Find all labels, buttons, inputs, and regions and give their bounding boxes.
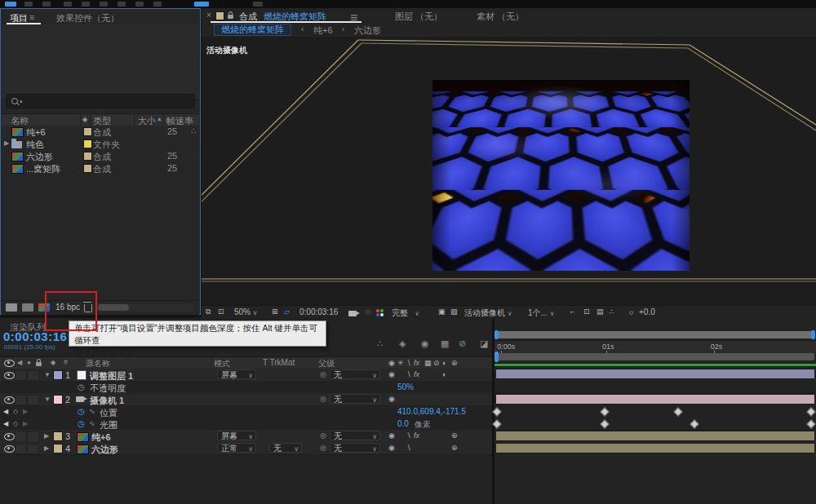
layer-row[interactable]: ▶ 4 六边形 正常∨ 无∨ ◎ 无∨ ◉ ∖ ⊕ — [0, 442, 492, 455]
trkmat-dropdown[interactable]: 无∨ — [269, 443, 302, 453]
current-time-display[interactable]: 0:00:03:16 — [3, 329, 67, 343]
project-panel-menu-icon[interactable]: ≡ — [29, 12, 34, 22]
sort-arrow-icon[interactable]: ▲ — [157, 116, 162, 122]
text-tool-icon[interactable] — [153, 2, 162, 7]
parent-dropdown[interactable]: 无∨ — [330, 394, 380, 404]
col-trkmat[interactable]: T TrkMat — [263, 358, 295, 367]
disclosure-icon[interactable]: ▶ — [44, 444, 49, 452]
layer-bar[interactable] — [495, 431, 815, 441]
shy-switch-icon[interactable]: ◉ — [388, 431, 395, 440]
video-column-icon[interactable] — [4, 360, 15, 367]
solo-column-icon[interactable]: ● — [27, 359, 31, 366]
shy-switch-icon[interactable]: ◉ — [388, 444, 395, 452]
breadcrumb-item[interactable]: 纯+6 — [313, 24, 333, 37]
always-preview-icon[interactable]: ⧉ — [206, 307, 211, 316]
shy-switch-icon[interactable]: ◉ — [388, 395, 395, 403]
navigator-start-handle[interactable] — [494, 330, 499, 339]
mini-flowchart-icon[interactable]: ∴ — [610, 307, 614, 316]
eye-icon[interactable] — [4, 433, 15, 440]
project-row[interactable]: ▶ 纯色 文件夹 — [2, 138, 199, 150]
lock-column-icon[interactable] — [36, 362, 42, 366]
view-layout-dropdown[interactable]: 1个... ∨ — [528, 307, 555, 319]
pickwhip-icon[interactable]: ◎ — [320, 395, 326, 403]
property-row[interactable]: ◀ ◇ ▶ ◷ ∿ 光圈 0.0 像素 — [0, 418, 492, 431]
blend-mode-dropdown[interactable]: 屏幕∨ — [217, 369, 256, 379]
disclosure-icon[interactable]: ▼ — [44, 371, 51, 378]
audio-column-icon[interactable]: ◀ — [17, 359, 22, 366]
transparency-grid-icon[interactable]: ▨ — [450, 307, 458, 316]
pickwhip-icon[interactable]: ◎ — [320, 370, 326, 378]
parent-dropdown[interactable]: 无∨ — [330, 443, 380, 453]
time-ruler[interactable]: 0:00s01s02s — [494, 340, 816, 354]
shape-tool-icon[interactable] — [118, 2, 126, 7]
grid-guides-icon[interactable]: ⊞ — [272, 307, 278, 316]
parent-dropdown[interactable]: 无∨ — [330, 369, 380, 379]
frame-blend-icon[interactable]: ▦ — [441, 338, 449, 349]
label-chip[interactable] — [53, 395, 63, 405]
eye-icon[interactable] — [4, 445, 15, 453]
label-chip[interactable] — [83, 152, 92, 161]
next-keyframe-icon[interactable]: ▶ — [23, 408, 28, 415]
motion-blur-icon[interactable]: ⊘ — [459, 338, 466, 349]
fx-switch-icon[interactable]: fx — [414, 431, 419, 440]
shy-layers-icon[interactable]: ◉ — [421, 338, 429, 349]
graph-icon[interactable]: ∿ — [89, 407, 95, 415]
quality-switch-icon[interactable]: ∖ — [406, 370, 411, 378]
layer-bar[interactable] — [495, 369, 815, 379]
property-value[interactable]: 0.0 — [397, 419, 409, 428]
tag-column-icon[interactable]: ◆ — [82, 116, 87, 123]
property-row[interactable]: ◷ 不透明度 50% — [0, 381, 492, 394]
layer-bar[interactable] — [495, 394, 815, 405]
pickwhip-icon[interactable]: ◎ — [320, 431, 326, 440]
breadcrumb-current[interactable]: 燃烧的蜂窝矩阵 — [214, 24, 291, 36]
exposure-icon[interactable]: ☼ — [628, 307, 635, 316]
disclosure-icon[interactable]: ▼ — [44, 396, 51, 403]
navigator-end-handle[interactable] — [811, 330, 815, 339]
adjustment-switch-icon[interactable]: ◐ — [442, 370, 446, 378]
blend-mode-dropdown[interactable]: 正常∨ — [217, 443, 256, 453]
eye-icon[interactable] — [4, 396, 15, 404]
stopwatch-icon[interactable]: ◷ — [78, 419, 85, 428]
fx-switch-icon[interactable]: fx — [414, 370, 419, 378]
parent-dropdown[interactable]: 无∨ — [330, 431, 380, 440]
hand-tool-icon[interactable] — [24, 2, 33, 7]
col-parent[interactable]: 父级 — [318, 358, 335, 369]
resolution-dropdown[interactable]: 完整 ∨ — [392, 307, 419, 319]
add-keyframe-icon[interactable]: ◇ — [13, 408, 18, 415]
search-dropdown-icon[interactable]: ▾ — [20, 99, 23, 105]
region-of-interest-icon[interactable]: ▣ — [438, 307, 446, 316]
layer-row[interactable]: ▼ 2 摄像机 1 ◎ 无∨ ◉ — [0, 393, 492, 406]
label-chip[interactable] — [53, 444, 63, 453]
eye-icon[interactable] — [4, 372, 15, 379]
viewer-stage[interactable]: 活动摄像机 — [202, 37, 816, 305]
draft-3d-icon[interactable]: ◈ — [399, 338, 406, 349]
new-folder-icon[interactable] — [22, 303, 33, 312]
tab-layer[interactable]: 图层 （无） — [395, 11, 442, 23]
stopwatch-icon[interactable]: ◷ — [78, 407, 85, 416]
composition-flowchart-icon[interactable]: ∴ — [377, 338, 383, 349]
lock-icon[interactable] — [228, 15, 233, 19]
quality-switch-icon[interactable]: ∖ — [406, 431, 411, 440]
layer-row[interactable]: ▶ 3 纯+6 屏幕∨ ◎ 无∨ ◉ ∖ fx ⊕ — [0, 430, 492, 443]
graph-editor-icon[interactable]: ◪ — [480, 338, 488, 349]
frame-blend-switch-icon[interactable]: ▦ — [424, 359, 432, 367]
camera-tool-icon[interactable] — [82, 2, 90, 7]
breadcrumb-item[interactable]: 六边形 — [354, 24, 381, 37]
project-row[interactable]: 纯+6 合成 25 ∴ — [2, 126, 199, 138]
label-chip[interactable] — [83, 139, 92, 148]
property-row[interactable]: ◀ ◇ ▶ ◷ ∿ 位置 410.0,609.4,-171.5 — [0, 405, 492, 418]
shy-switch-icon[interactable]: ◉ — [388, 359, 395, 367]
work-area-start-handle[interactable] — [494, 351, 499, 362]
next-keyframe-icon[interactable]: ▶ — [23, 420, 28, 427]
label-chip[interactable] — [53, 431, 63, 441]
property-value[interactable]: 50% — [397, 382, 414, 391]
prev-keyframe-icon[interactable]: ◀ — [3, 408, 8, 415]
layer-bar[interactable] — [495, 443, 815, 453]
channel-rgb-icon[interactable] — [376, 309, 386, 317]
pan-behind-tool-icon[interactable] — [100, 2, 108, 7]
quality-switch-icon[interactable]: ∖ — [406, 444, 411, 452]
col-mode[interactable]: 模式 — [214, 358, 230, 369]
search-input[interactable]: ▾ — [6, 94, 195, 108]
tab-effect-controls[interactable]: 效果控件（无） — [56, 12, 119, 24]
label-column-icon[interactable]: ◆ — [51, 359, 55, 366]
